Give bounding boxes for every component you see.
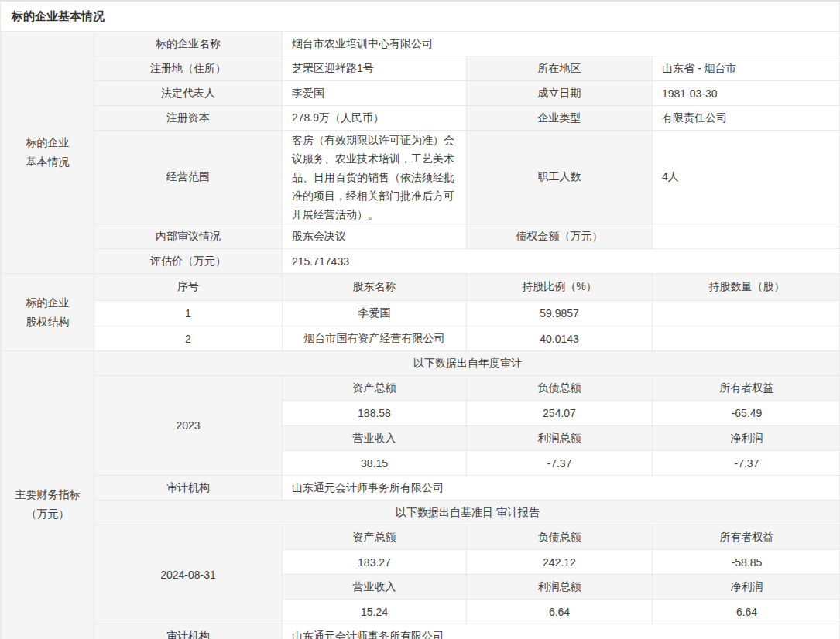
equity-row-no: 2 (94, 326, 283, 351)
section-equity-label: 标的企业 股权结构 (2, 274, 94, 351)
equity-row-shares (653, 326, 840, 351)
net-profit-label: 净利润 (653, 575, 840, 600)
equity-row: 1 李爱国 59.9857 (2, 301, 840, 326)
business-scope-label: 经营范围 (94, 131, 283, 224)
net-profit-value: -7.37 (653, 451, 840, 476)
equity-header-ratio: 持股比例（%） (467, 274, 653, 301)
equity-row-shareholder-name: 烟台市国有资产经营有限公司 (283, 326, 467, 351)
equity-header-shareholder: 股东名称 (283, 274, 467, 301)
equity-row-ratio: 40.0143 (467, 326, 653, 351)
net-profit-label: 净利润 (653, 426, 840, 451)
owners-equity-label: 所有者权益 (653, 525, 840, 550)
equity-row-no: 1 (94, 301, 283, 326)
appraisal-price-label: 评估价（万元） (94, 249, 283, 274)
established-date-value: 1981-03-30 (653, 81, 840, 106)
total-profit-value: 6.64 (467, 600, 653, 624)
total-liabilities-value: 254.07 (467, 401, 653, 426)
total-liabilities-label: 负债总额 (467, 376, 653, 401)
region-value: 山东省 - 烟台市 (653, 56, 840, 81)
operating-revenue-value: 38.15 (283, 451, 467, 476)
business-scope-value: 客房（有效期限以许可证为准）会议服务、农业技术培训，工艺美术品、日用百货的销售（… (283, 131, 467, 224)
owners-equity-value: -58.85 (653, 550, 840, 575)
operating-revenue-label: 营业收入 (283, 426, 467, 451)
registered-address-label: 注册地（住所） (94, 56, 283, 81)
legal-representative-label: 法定代表人 (94, 81, 283, 106)
section-financial-label: 主要财务指标 （万元） (2, 351, 94, 639)
section-equity-line2: 股权结构 (11, 313, 84, 332)
equity-row: 2 烟台市国有资产经营有限公司 40.0143 (2, 326, 840, 351)
total-profit-label: 利润总额 (467, 575, 653, 600)
total-assets-label: 资产总额 (283, 525, 467, 550)
owners-equity-value: -65.49 (653, 401, 840, 426)
enterprise-info-table: 标的企业 基本情况 标的企业名称 烟台市农业培训中心有限公司 注册地（住所） 芝… (1, 31, 840, 639)
total-profit-label: 利润总额 (467, 426, 653, 451)
region-label: 所在地区 (467, 56, 653, 81)
total-profit-value: -7.37 (467, 451, 653, 476)
page-title: 标的企业基本情况 (1, 2, 839, 31)
appraisal-price-value: 215.717433 (283, 249, 840, 274)
legal-representative-value: 李爱国 (283, 81, 467, 106)
equity-row-shareholder-name: 李爱国 (283, 301, 467, 326)
owners-equity-label: 所有者权益 (653, 376, 840, 401)
fiscal-period: 2023 (94, 376, 283, 476)
audit-agency-label: 审计机构 (94, 476, 283, 501)
section-basic-info-line2: 基本情况 (11, 152, 84, 172)
audit-agency-label: 审计机构 (94, 624, 283, 639)
operating-revenue-value: 15.24 (283, 600, 467, 624)
enterprise-type-value: 有限责任公司 (653, 106, 840, 131)
section-financial-line2: （万元） (11, 504, 84, 524)
enterprise-type-label: 企业类型 (467, 106, 653, 131)
total-assets-value: 188.58 (283, 401, 467, 426)
company-name-label: 标的企业名称 (94, 32, 283, 56)
section-equity-line1: 标的企业 (11, 293, 84, 313)
employee-count-value: 4人 (653, 131, 840, 224)
listing-detail-page: 标的企业基本情况 标的企业 基本情况 标的企业名称 烟台市农业培训中心有限公司 … (0, 0, 840, 639)
audit-agency-value: 山东通元会计师事务所有限公司 (283, 476, 840, 501)
section-basic-info-line1: 标的企业 (11, 133, 84, 152)
registered-capital-label: 注册资本 (94, 106, 283, 131)
company-name-value: 烟台市农业培训中心有限公司 (283, 32, 840, 56)
fiscal-period: 2024-08-31 (94, 525, 283, 624)
registered-address-value: 芝罘区迎祥路1号 (283, 56, 467, 81)
internal-review-value: 股东会决议 (283, 224, 467, 249)
creditor-amount-label: 债权金额（万元） (467, 224, 653, 249)
section-basic-info-label: 标的企业 基本情况 (2, 32, 94, 274)
net-profit-value: 6.64 (653, 600, 840, 624)
equity-header-no: 序号 (94, 274, 283, 301)
equity-row-shares (653, 301, 840, 326)
audit-source-caption: 以下数据出自基准日 审计报告 (94, 501, 840, 525)
equity-header-shares: 持股数量（股） (653, 274, 840, 301)
total-liabilities-label: 负债总额 (467, 525, 653, 550)
internal-review-label: 内部审议情况 (94, 224, 283, 249)
total-assets-value: 183.27 (283, 550, 467, 575)
employee-count-label: 职工人数 (467, 131, 653, 224)
equity-row-ratio: 59.9857 (467, 301, 653, 326)
section-financial-line1: 主要财务指标 (11, 485, 84, 504)
established-date-label: 成立日期 (467, 81, 653, 106)
creditor-amount-value (653, 224, 840, 249)
registered-capital-value: 278.9万（人民币） (283, 106, 467, 131)
audit-source-caption: 以下数据出自年度审计 (94, 351, 840, 376)
audit-agency-value: 山东通元会计师事务所有限公司 (283, 624, 840, 639)
total-assets-label: 资产总额 (283, 376, 467, 401)
operating-revenue-label: 营业收入 (283, 575, 467, 600)
total-liabilities-value: 242.12 (467, 550, 653, 575)
